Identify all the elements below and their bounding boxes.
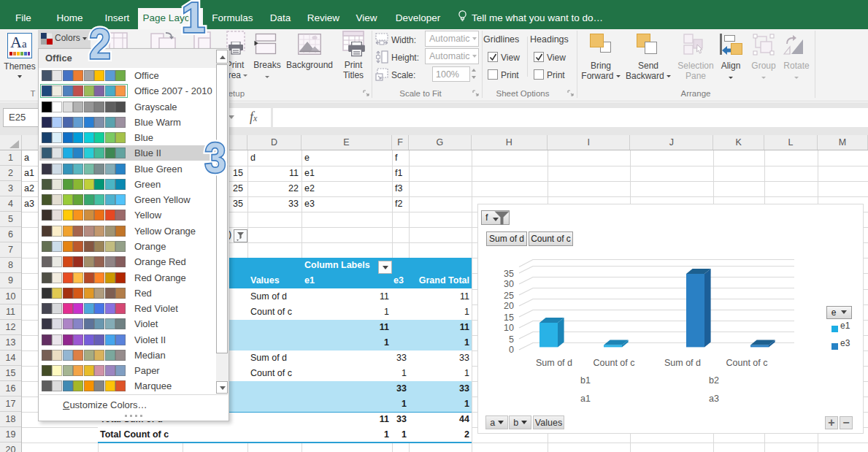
svg-text:3: 3 [205, 134, 226, 181]
svg-text:2: 2 [90, 20, 111, 67]
svg-text:1: 1 [182, 0, 205, 41]
